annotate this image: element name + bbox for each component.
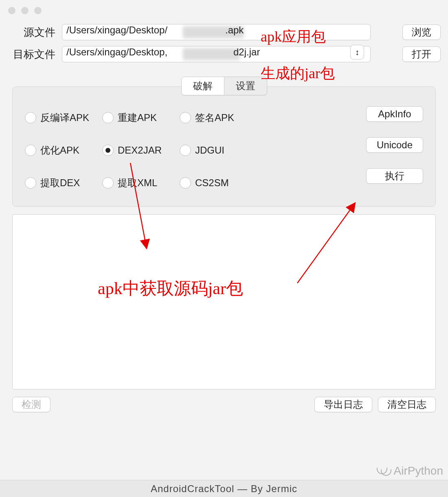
window-titlebar: [0, 0, 448, 21]
tab-crack[interactable]: 破解: [182, 77, 224, 95]
traffic-close-icon[interactable]: [8, 7, 15, 14]
open-button[interactable]: 打开: [402, 46, 441, 62]
source-file-input[interactable]: /Users/xingag/Desktop/ .apk: [62, 24, 371, 40]
export-log-button[interactable]: 导出日志: [314, 397, 372, 412]
source-path-suffix: .apk: [225, 24, 244, 36]
options-panel: 反编译APK 重建APK 签名APK 优化APK DEX2JAR JDGUI 提…: [12, 86, 436, 207]
tab-settings[interactable]: 设置: [224, 77, 267, 95]
target-path-prefix: /Users/xingag/Desktop,: [66, 46, 167, 57]
side-buttons: ApkInfo Unicode 执行: [366, 106, 423, 184]
segmented-control: 破解 设置: [181, 77, 267, 95]
target-path-suffix: d2j.jar: [233, 46, 260, 58]
detect-button[interactable]: 检测: [12, 397, 51, 412]
run-button[interactable]: 执行: [366, 168, 423, 184]
redacted-region: [183, 48, 240, 60]
footer-text: AndroidCrackTool — By Jermic: [151, 483, 297, 495]
source-label: 源文件: [11, 25, 55, 40]
tab-bar: 破解 设置: [0, 77, 448, 95]
source-path-prefix: /Users/xingag/Desktop/: [66, 24, 167, 35]
watermark-text: AirPython: [394, 464, 443, 477]
radio-decompile-apk[interactable]: 反编译APK: [25, 111, 102, 124]
apkinfo-button[interactable]: ApkInfo: [366, 106, 423, 122]
target-file-row: 目标文件 /Users/xingag/Desktop, d2j.jar 打开: [0, 43, 448, 65]
bottom-toolbar: 检测 导出日志 清空日志: [0, 389, 448, 412]
swap-button[interactable]: ↕: [350, 45, 364, 59]
radio-cs2sm[interactable]: CS2SM: [180, 177, 257, 189]
traffic-zoom-icon[interactable]: [34, 7, 42, 14]
target-label: 目标文件: [11, 47, 55, 62]
wechat-icon: [377, 465, 391, 477]
clear-log-button[interactable]: 清空日志: [378, 397, 436, 412]
traffic-minimize-icon[interactable]: [21, 7, 29, 14]
unicode-button[interactable]: Unicode: [366, 137, 423, 153]
source-file-row: 源文件 /Users/xingag/Desktop/ .apk 浏览: [0, 21, 448, 43]
radio-dex2jar[interactable]: DEX2JAR: [102, 145, 180, 156]
target-file-input[interactable]: /Users/xingag/Desktop, d2j.jar: [62, 46, 371, 62]
output-area[interactable]: [12, 214, 436, 389]
radio-extract-dex[interactable]: 提取DEX: [25, 176, 102, 189]
radio-sign-apk[interactable]: 签名APK: [180, 111, 257, 124]
browse-button[interactable]: 浏览: [402, 24, 441, 40]
radio-rebuild-apk[interactable]: 重建APK: [102, 111, 180, 124]
radio-jdgui[interactable]: JDGUI: [180, 145, 257, 156]
radio-extract-xml[interactable]: 提取XML: [102, 176, 180, 189]
footer-bar: AndroidCrackTool — By Jermic: [0, 480, 448, 497]
radio-grid: 反编译APK 重建APK 签名APK 优化APK DEX2JAR JDGUI 提…: [25, 106, 423, 194]
watermark: AirPython: [377, 464, 443, 477]
swap-icon: ↕: [355, 48, 359, 57]
radio-optimize-apk[interactable]: 优化APK: [25, 144, 102, 157]
